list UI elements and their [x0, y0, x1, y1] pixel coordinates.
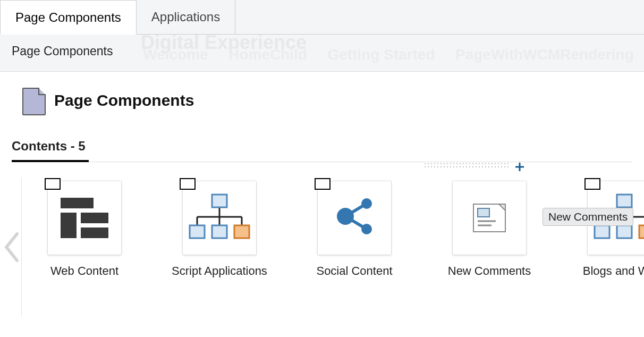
- ghost-nav: Welcome HomeChild Getting Started PageWi…: [133, 46, 644, 63]
- card-web-content[interactable]: Web Content: [31, 181, 138, 278]
- svg-point-17: [361, 224, 372, 234]
- svg-rect-11: [212, 225, 227, 238]
- plus-icon: [515, 162, 524, 172]
- thumb-blogs-and-wikis: [588, 181, 644, 255]
- contents-tab[interactable]: Contents - 5: [12, 139, 89, 162]
- svg-rect-12: [234, 225, 249, 238]
- card-label: Script Applications: [172, 264, 267, 278]
- contents-bar: Contents - 5: [12, 139, 632, 162]
- svg-rect-31: [595, 225, 609, 238]
- svg-rect-22: [478, 208, 489, 217]
- svg-rect-9: [212, 195, 227, 207]
- share-icon: [332, 195, 377, 241]
- card-label: Social Content: [316, 264, 392, 278]
- card-strip: Web Content: [0, 162, 644, 316]
- card-label: New Comments: [448, 264, 531, 278]
- svg-point-15: [337, 208, 354, 225]
- ghost-nav-item: Getting Started: [327, 46, 435, 63]
- page-title: Page Components: [54, 91, 194, 109]
- page-icon: [21, 85, 47, 116]
- document-icon: [472, 203, 506, 233]
- tab-strip: Page Components Applications: [0, 0, 644, 35]
- card-divider: [21, 178, 22, 316]
- svg-rect-3: [81, 228, 108, 238]
- card-label: Web Content: [50, 264, 118, 278]
- thumb-new-comments: [453, 181, 526, 255]
- card-social-content[interactable]: Social Content: [301, 181, 408, 278]
- card-label: Blogs and Wikis: [583, 264, 644, 278]
- svg-rect-30: [617, 195, 632, 207]
- svg-rect-32: [617, 225, 632, 238]
- ghost-nav-item: HomeChild: [228, 46, 307, 63]
- card-list: Web Content: [29, 178, 644, 316]
- card-blogs-and-wikis[interactable]: New Comments B: [571, 181, 644, 278]
- svg-rect-0: [61, 198, 94, 208]
- layout-icon: [61, 198, 108, 238]
- add-button[interactable]: [515, 162, 524, 172]
- svg-rect-33: [639, 225, 644, 238]
- thumb-social-content: [318, 181, 391, 255]
- subheading: Digital Experience Page Components Welco…: [0, 35, 644, 72]
- svg-rect-1: [61, 213, 77, 238]
- breadcrumb: Page Components: [12, 44, 113, 58]
- svg-rect-2: [81, 213, 108, 223]
- sitemap-icon: [188, 193, 251, 242]
- prev-button[interactable]: [2, 178, 21, 316]
- folder-icon: [584, 178, 600, 190]
- tab-applications[interactable]: Applications: [137, 0, 235, 34]
- ghost-nav-item: PageWithWCMRendering: [455, 46, 634, 63]
- folder-icon: [45, 178, 61, 190]
- card-new-comments[interactable]: New Comments: [436, 181, 543, 278]
- svg-rect-10: [190, 225, 205, 238]
- ghost-title: Digital Experience: [141, 31, 307, 54]
- title-row: Page Components: [0, 72, 644, 122]
- sitemap-icon: [592, 193, 644, 242]
- svg-point-16: [361, 198, 372, 209]
- thumb-script-applications: [183, 181, 256, 255]
- folder-icon: [180, 178, 196, 190]
- ghost-nav-item: Welcome: [143, 46, 208, 63]
- drag-handle[interactable]: [423, 162, 509, 170]
- tab-filler: [235, 0, 644, 34]
- card-script-applications[interactable]: Script Applications: [166, 181, 273, 278]
- chevron-left-icon: [2, 232, 21, 263]
- tab-page-components[interactable]: Page Components: [0, 0, 137, 35]
- folder-icon: [315, 178, 331, 190]
- thumb-web-content: [48, 181, 121, 255]
